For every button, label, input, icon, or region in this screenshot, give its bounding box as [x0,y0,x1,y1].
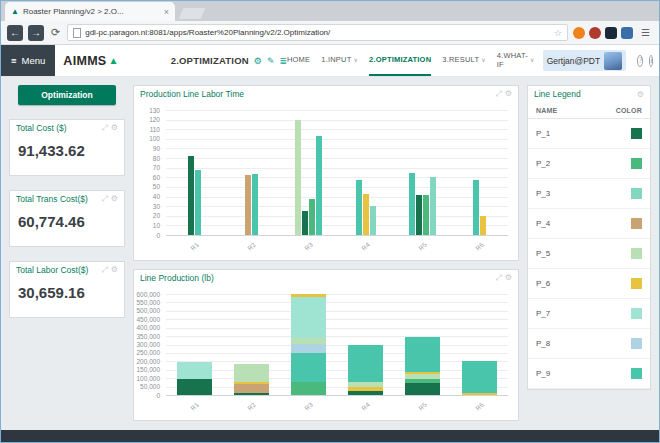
segment-R1-P_1 [177,379,212,395]
gear-icon[interactable]: ⚙ [505,89,512,99]
nav-item-1-input[interactable]: 1.INPUT∨ [321,45,358,76]
hamburger-icon: ≡ [11,55,17,66]
legend-row[interactable]: P_3 [528,179,650,209]
gear-icon[interactable]: ⚙ [637,90,644,99]
bar-R4-P_6 [363,194,369,235]
address-bar: ← → ⟳ gdl-pc.paragon.nl:8081/apps/Roaste… [1,21,659,45]
page-title-group: 2.OPTIMIZATION ⚙ ✎ ≣ [171,45,287,76]
list-icon[interactable]: ≣ [279,56,287,66]
legend-name: P_1 [536,129,550,138]
x-axis: R1R2R3R4R5R6 [166,238,508,258]
help-icon[interactable]: ? [637,55,643,67]
tab-strip: ▲ Roaster Planning/v2 > 2.O... × [1,1,659,21]
nav-item-home[interactable]: HOME [287,45,310,76]
extension-red-icon[interactable] [589,27,601,39]
line-production-chart-card: Line Production (lb) ⤢ ⚙ 050,000100,0001… [133,269,519,421]
url-input[interactable]: gdl-pc.paragon.nl:8081/apps/Roaster%20Pl… [67,24,568,41]
expand-icon[interactable]: ⤢ [495,89,501,99]
info-icon[interactable]: i [649,55,653,67]
bar-R5-P_1 [416,195,422,235]
legend-name: P_2 [536,159,550,168]
segment-R5-P_9 [405,337,440,372]
avatar [604,52,622,70]
bar-R6-P_6 [480,216,486,235]
segment-R6-P_9 [462,361,497,393]
legend-row[interactable]: P_2 [528,149,650,179]
settings-gear-icon[interactable]: ⚙ [254,56,262,66]
total-cost-value: 91,433.62 [10,136,124,175]
expand-icon[interactable]: ⤢ [101,265,107,275]
legend-color-swatch [631,368,642,379]
legend-color-swatch [631,158,642,169]
legend-color-swatch [631,188,642,199]
browser-tab[interactable]: ▲ Roaster Planning/v2 > 2.O... × [5,2,175,21]
legend-row[interactable]: P_4 [528,209,650,239]
browser-window: ▲ Roaster Planning/v2 > 2.O... × ← → ⟳ g… [0,0,660,443]
expand-icon[interactable]: ⤢ [101,123,107,133]
user-chip[interactable]: Gertjan@PDT [543,50,627,71]
legend-rows: P_1P_2P_3P_4P_5P_6P_7P_8P_9 [528,119,650,389]
legend-color-swatch [631,128,642,139]
legend-row[interactable]: P_1 [528,119,650,149]
legend-name: P_8 [536,339,550,348]
segment-R5-P_5 [405,374,440,379]
favicon-icon: ▲ [11,7,19,16]
extension-orange-icon[interactable] [573,27,585,39]
segment-R3-P_9 [291,353,326,382]
legend-row[interactable]: P_5 [528,239,650,269]
nav-item-2-optimization[interactable]: 2.OPTIMIZATION [369,45,431,76]
legend-name: P_5 [536,249,550,258]
gear-icon[interactable]: ⚙ [111,194,118,204]
url-text[interactable]: gdl-pc.paragon.nl:8081/apps/Roaster%20Pl… [85,28,550,37]
bar-R4-P_3 [370,206,376,235]
back-icon[interactable]: ← [7,25,23,41]
nav-item-4-what-if[interactable]: 4.WHAT-IF∨ [497,45,535,76]
bookmark-star-icon[interactable]: ☆ [554,28,562,38]
refresh-icon[interactable]: ⟳ [49,26,62,39]
chevron-down-icon: ∨ [481,56,486,63]
browser-menu-icon[interactable]: ☰ [638,27,653,38]
bar-R6-P_9 [473,180,479,235]
optimization-page-button[interactable]: Optimization [18,85,116,105]
bar-R5-P_2 [423,195,429,235]
segment-R4-P_6 [348,387,383,390]
legend-row[interactable]: P_7 [528,299,650,329]
chevron-down-icon: ∨ [530,56,535,63]
bar-R5-P_3 [430,177,436,235]
tab-close-icon[interactable]: × [164,7,169,17]
new-tab-button[interactable] [179,8,205,19]
line-legend-card: Line Legend ⚙ NAME COLOR P_1P_2P_3P_4P_5… [527,85,651,390]
legend-row[interactable]: P_9 [528,359,650,389]
segment-R5-P_6 [405,372,440,374]
page-icon [73,28,81,38]
edit-pencil-icon[interactable]: ✎ [267,56,275,66]
card-title: Total Labor Cost($) [16,265,101,275]
legend-name: P_9 [536,369,550,378]
forward-icon[interactable]: → [28,25,44,41]
extension-dark-icon[interactable] [605,27,617,39]
legend-row[interactable]: P_8 [528,329,650,359]
page-title: 2.OPTIMIZATION [171,55,249,66]
bar-R2-P_4 [245,175,251,235]
segment-R4-P_1 [348,391,383,395]
bar-R3-P_5 [295,120,301,235]
segment-R2-P_1 [234,393,269,395]
tab-title: Roaster Planning/v2 > 2.O... [23,7,160,16]
segment-R2-P_4 [234,384,269,393]
extension-blue-icon[interactable] [621,27,633,39]
bar-R3-P_2 [309,199,315,235]
gear-icon[interactable]: ⚙ [111,123,118,133]
nav-item-3-result[interactable]: 3.RESULT∨ [442,45,485,76]
expand-icon[interactable]: ⤢ [495,273,501,283]
legend-row[interactable]: P_6 [528,269,650,299]
gear-icon[interactable]: ⚙ [505,273,512,283]
gear-icon[interactable]: ⚙ [111,265,118,275]
chart-title: Production Line Labor Time [140,89,495,99]
aimms-logo: AIMMS ▲ [63,45,118,76]
right-column: Line Legend ⚙ NAME COLOR P_1P_2P_3P_4P_5… [527,85,651,422]
expand-icon[interactable]: ⤢ [101,194,107,204]
segment-R2-P_5 [234,364,269,383]
segment-R6-P_6 [462,393,497,395]
segment-R5-P_1 [405,383,440,395]
menu-button[interactable]: ≡ Menu [1,45,55,76]
